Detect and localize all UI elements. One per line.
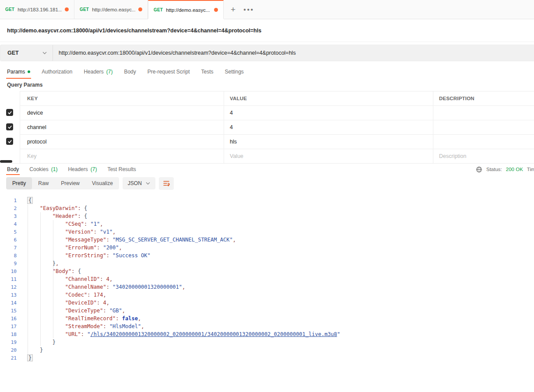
line-number: 17 [0,324,17,329]
tab-settings[interactable]: Settings [225,65,244,79]
code-line-content: "Body": { [27,268,81,274]
param-checkbox[interactable] [6,109,13,116]
time-label-truncated: Tim [527,167,534,172]
indent-guide [53,220,53,338]
tab-authorization[interactable]: Authorization [42,65,72,79]
code-line-content: "Codec": 174, [27,292,106,298]
indent-guide [28,204,28,354]
url-input[interactable]: http://demo.easycvr.com:18000/api/v1/dev… [53,45,534,61]
param-key-cell[interactable]: Key [20,149,224,163]
line-number: 1 [0,198,17,203]
code-line: 1{ [0,196,534,204]
unsaved-dot-icon [214,8,218,12]
more-options-icon[interactable]: ●●● [243,7,254,12]
code-line-content: "MessageType": "MSG_SC_SERVER_GET_CHANNE… [27,237,236,243]
code-line: 20 } [0,346,534,354]
param-value-cell[interactable]: 4 [224,106,433,120]
code-line: 17 "StreamMode": "HlsModel", [0,322,534,330]
check-icon [7,125,12,130]
indent-guide [40,212,41,346]
tab-label: Headers [84,69,103,75]
method-badge: GET [80,7,89,12]
query-params-title: Query Params [0,79,534,91]
query-params-table: KEY VALUE DESCRIPTION device4channel4pro… [0,91,534,164]
view-mode-preview[interactable]: Preview [55,177,86,189]
line-number: 8 [0,253,17,259]
param-value-cell[interactable]: hls [224,135,433,149]
request-name: http://demo.easycvr.com:18000/api/v1/dev… [7,28,261,34]
param-key-cell[interactable]: protocol [20,135,224,149]
chevron-down-icon [146,182,150,185]
code-line-content: "Header": { [27,213,87,219]
wrap-lines-button[interactable] [159,177,174,190]
tab-headers[interactable]: Headers(7) [84,65,112,79]
params-header-row: KEY VALUE DESCRIPTION [0,91,534,105]
request-tab-3[interactable]: GEThttp://demo.easyc... [148,0,224,19]
new-tab-button[interactable]: + [231,5,235,14]
param-value-cell[interactable]: 4 [224,120,433,134]
line-number: 15 [0,308,17,314]
code-line: 6 "MessageType": "MSG_SC_SERVER_GET_CHAN… [0,236,534,244]
tab-label: Pre-request Script [148,69,190,75]
code-line-content: "RealTimeRecord": false, [27,315,141,322]
code-line: 21} [0,354,534,362]
params-active-dot-icon [28,70,30,73]
tab-label: Headers [68,166,88,172]
view-mode-switch: PrettyRawPreviewVisualize [6,177,119,189]
view-mode-visualize[interactable]: Visualize [86,177,119,189]
code-line: 10 "Body": { [0,267,534,275]
param-description-cell[interactable] [433,106,534,120]
param-key-cell[interactable]: device [20,106,224,120]
request-tab-2[interactable]: GEThttp://demo.easyc... [74,0,148,19]
param-key-cell[interactable]: channel [20,120,224,134]
code-line-content: "CSeq": "1", [27,221,103,227]
format-dropdown[interactable]: JSON [123,177,155,189]
tab-title: http://183.196.181.... [18,7,62,12]
response-tab-cookies[interactable]: Cookies(1) [29,164,57,175]
code-line: 15 "DeviceType": "GB", [0,307,534,315]
code-line-content: } [27,339,56,345]
response-meta: Status:200 OKTim [476,164,534,175]
tab-count: (7) [91,166,97,172]
request-tab-1[interactable]: GEThttp://183.196.181.... [0,0,74,19]
line-number: 6 [0,237,17,243]
check-icon [7,139,12,144]
response-url-link[interactable]: /hls/34020000001320000002_0200000001/340… [91,331,337,337]
code-line-content: }, [27,260,59,266]
unsaved-dot-icon [138,7,142,11]
param-description-cell[interactable] [433,135,534,149]
tab-tests[interactable]: Tests [201,65,213,79]
tabbar-actions: + ●●● [224,0,254,19]
param-checkbox[interactable] [6,138,13,145]
status-label: Status: [486,167,502,172]
code-line-content: "URL": "/hls/34020000001320000002_020000… [27,331,340,337]
column-header-key: KEY [20,91,224,105]
param-description-cell[interactable] [433,120,534,134]
horizontal-scrollbar[interactable] [0,160,12,163]
code-line: 3 "Header": { [0,212,534,220]
tab-label: Body [124,69,136,75]
response-tab-headers[interactable]: Headers(7) [68,164,97,175]
tab-title: http://demo.easyc... [166,7,211,13]
param-value-cell[interactable]: Value [224,149,433,163]
param-checkbox[interactable] [6,123,13,130]
method-dropdown[interactable]: GET [0,45,53,61]
code-line-content: "EasyDarwin": { [27,205,87,211]
code-line: 2 "EasyDarwin": { [0,204,534,212]
line-number: 16 [0,316,17,322]
tab-params[interactable]: Params [7,65,30,79]
view-mode-pretty[interactable]: Pretty [6,177,32,189]
code-line: 16 "RealTimeRecord": false, [0,315,534,322]
code-line-content: "ChannelName": "34020000001320000001", [27,284,185,290]
network-globe-icon[interactable] [476,166,482,173]
view-mode-raw[interactable]: Raw [32,177,55,189]
tab-body[interactable]: Body [124,65,136,79]
line-number: 2 [0,206,17,211]
response-tab-body[interactable]: Body [7,164,19,175]
code-line: 13 "Codec": 174, [0,291,534,299]
tab-pre-request-script[interactable]: Pre-request Script [148,65,190,79]
code-line-content: "StreamMode": "HlsModel", [27,323,144,329]
wrap-lines-icon [162,179,170,187]
param-description-cell[interactable]: Description [433,149,534,163]
response-tab-test-results[interactable]: Test Results [107,164,136,175]
